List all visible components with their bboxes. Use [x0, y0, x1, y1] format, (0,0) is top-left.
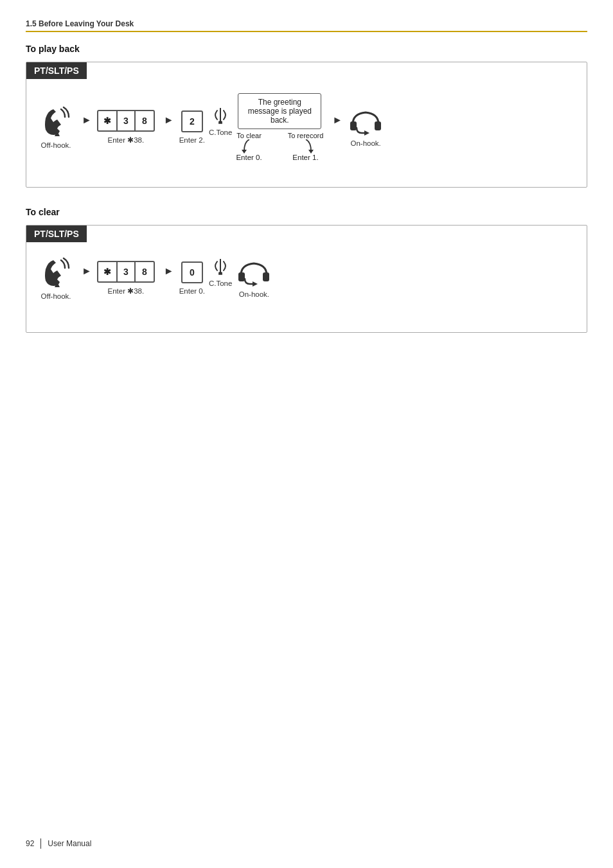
- clear-header: PT/SLT/PS: [26, 226, 87, 242]
- playback-title: To play back: [26, 44, 587, 54]
- playback-header: PT/SLT/PS: [26, 62, 87, 79]
- manual-title: User Manual: [48, 839, 91, 848]
- step-enter2: 2 Enter 2.: [179, 111, 205, 144]
- clear-key-group-38: ✱ 3 8: [97, 261, 155, 283]
- arrow-3: ►: [332, 114, 342, 126]
- clear-phone-onhook-icon: [236, 258, 272, 287]
- clear-diagram-box: PT/SLT/PS Off-hook. ► ✱ 3 8: [26, 225, 587, 333]
- branch-rerecord: To rerecord Enter 1.: [288, 132, 324, 161]
- clear-step-enter0: 0 Enter 0.: [179, 261, 205, 295]
- clear-step-offhook-label: Off-hook.: [40, 292, 71, 300]
- branch-clear-arrow: [240, 139, 258, 154]
- key-2: 2: [181, 111, 203, 132]
- clear-key-star: ✱: [98, 262, 118, 281]
- key-group-38: ✱ 3 8: [97, 110, 155, 132]
- ctone-label: C.Tone: [209, 128, 232, 136]
- svg-rect-5: [350, 121, 357, 130]
- ctone-icon: [211, 105, 230, 125]
- clear-step-enter38: ✱ 3 8 Enter ✱38.: [97, 261, 155, 296]
- step-onhook: On-hook.: [348, 107, 384, 147]
- clear-step-onhook-label: On-hook.: [239, 290, 269, 298]
- step-enter2-label: Enter 2.: [179, 136, 205, 144]
- playback-section: To play back PT/SLT/PS Off-hook. ►: [26, 44, 587, 188]
- clear-title: To clear: [26, 207, 587, 217]
- arrow-2: ►: [164, 114, 174, 126]
- clear-arrow-2: ►: [164, 265, 174, 277]
- clear-step-enter0-label: Enter 0.: [179, 287, 205, 295]
- message-box: The greeting message is played back.: [238, 93, 321, 129]
- section-title: 1.5 Before Leaving Your Desk: [26, 19, 587, 32]
- phone-onhook-icon: [348, 107, 384, 136]
- key-star: ✱: [98, 111, 118, 130]
- key-3: 3: [118, 111, 136, 130]
- step-enter38-label: Enter ✱38.: [108, 136, 145, 145]
- branch-clear-enter: Enter 0.: [236, 154, 262, 161]
- clear-ctone-label: C.Tone: [209, 279, 232, 287]
- clear-step-offhook: Off-hook.: [39, 256, 73, 300]
- message-branch-area: The greeting message is played back. To …: [236, 93, 323, 161]
- branch-rerecord-arrow: [297, 139, 315, 154]
- step-ctone: C.Tone: [209, 105, 232, 136]
- step-offhook-label: Off-hook.: [40, 141, 71, 149]
- branch-rerecord-label: To rerecord: [288, 132, 324, 139]
- key-8: 8: [136, 111, 154, 130]
- clear-key-0: 0: [181, 261, 203, 283]
- svg-rect-12: [263, 272, 269, 281]
- branch-rerecord-enter: Enter 1.: [292, 154, 318, 161]
- clear-key-8: 8: [136, 262, 154, 281]
- branch-clear-label: To clear: [236, 132, 262, 139]
- playback-diagram-box: PT/SLT/PS Off-hook. ►: [26, 62, 587, 188]
- svg-rect-11: [238, 272, 245, 281]
- clear-phone-offhook-icon: [39, 256, 73, 288]
- footer: 92 User Manual: [26, 838, 91, 849]
- footer-divider: [40, 838, 41, 849]
- step-onhook-label: On-hook.: [351, 139, 381, 147]
- clear-arrow-1: ►: [82, 265, 92, 277]
- step-enter38: ✱ 3 8 Enter ✱38.: [97, 110, 155, 145]
- svg-marker-13: [253, 281, 258, 287]
- page-number: 92: [26, 839, 34, 848]
- step-offhook: Off-hook.: [39, 105, 73, 149]
- phone-offhook-icon: [39, 105, 73, 137]
- clear-step-ctone: C.Tone: [209, 256, 232, 287]
- clear-section: To clear PT/SLT/PS Off-hook. ► ✱ 3: [26, 207, 587, 333]
- clear-step-onhook: On-hook.: [236, 258, 272, 298]
- svg-marker-7: [364, 130, 369, 136]
- branch-clear: To clear Enter 0.: [236, 132, 262, 161]
- clear-ctone-icon: [211, 256, 230, 276]
- arrow-1: ►: [82, 114, 92, 126]
- svg-rect-6: [375, 121, 381, 130]
- clear-key-3: 3: [118, 262, 136, 281]
- clear-step-enter38-label: Enter ✱38.: [108, 287, 145, 296]
